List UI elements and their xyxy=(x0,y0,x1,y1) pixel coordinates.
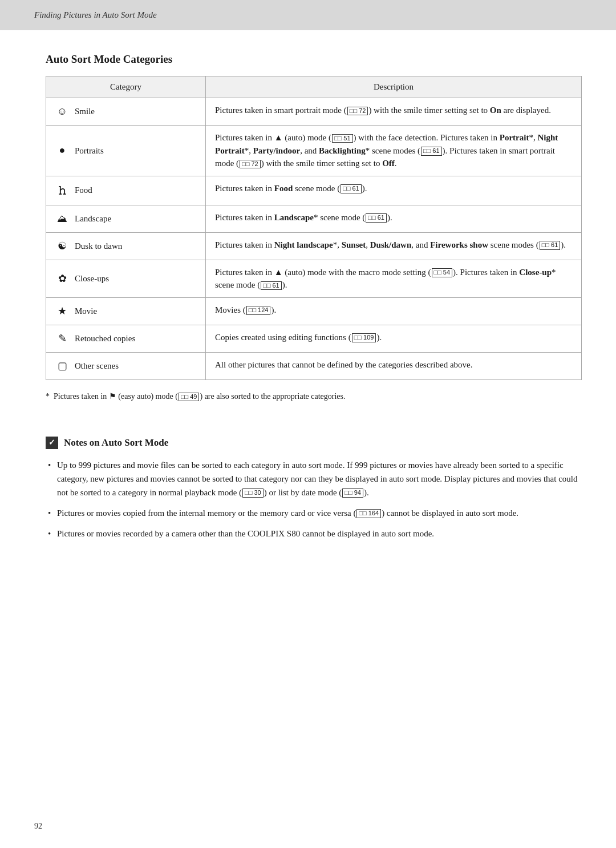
col-header-description: Description xyxy=(206,76,582,98)
category-label: Dusk to dawn xyxy=(75,240,122,253)
category-cell: ● Portraits xyxy=(46,126,206,176)
main-content: Auto Sort Mode Categories Category Descr… xyxy=(0,30,616,582)
description-cell: Pictures taken in Landscape* scene mode … xyxy=(206,205,582,232)
list-item: Up to 999 pictures and movie files can b… xyxy=(46,458,582,499)
category-label: Retouched copies xyxy=(75,332,135,345)
description-cell: Pictures taken in ▲ (auto) mode with the… xyxy=(206,260,582,297)
header-title: Finding Pictures in Auto Sort Mode xyxy=(34,10,157,19)
notes-list: Up to 999 pictures and movie files can b… xyxy=(46,458,582,540)
portrait-icon: ● xyxy=(55,143,69,158)
page-header: Finding Pictures in Auto Sort Mode xyxy=(0,0,616,30)
other-icon: ▢ xyxy=(55,358,69,374)
category-cell: ☯ Dusk to dawn xyxy=(46,232,206,260)
description-cell: Pictures taken in ▲ (auto) mode (□□ 51) … xyxy=(206,126,582,176)
table-footnote: * Pictures taken in ⚑ (easy auto) mode (… xyxy=(46,390,582,402)
landscape-icon: ⛰ xyxy=(55,211,69,227)
description-cell: All other pictures that cannot be define… xyxy=(206,352,582,379)
page-number: 92 xyxy=(34,822,42,831)
movie-icon: ★ xyxy=(55,304,69,319)
description-cell: Pictures taken in Food scene mode (□□ 61… xyxy=(206,176,582,205)
category-label: Food xyxy=(75,184,92,197)
category-cell: 𝚑 Food xyxy=(46,176,206,205)
description-cell: Movies (□□ 124). xyxy=(206,297,582,325)
category-label: Smile xyxy=(75,105,95,118)
category-cell: ★ Movie xyxy=(46,297,206,325)
table-row: ☺ Smile Pictures taken in smart portrait… xyxy=(46,98,582,126)
table-row: ⛰ Landscape Pictures taken in Landscape*… xyxy=(46,205,582,232)
table-row: ✿ Close-ups Pictures taken in ▲ (auto) m… xyxy=(46,260,582,297)
notes-checkbox-icon xyxy=(46,437,58,449)
category-label: Landscape xyxy=(75,212,111,225)
retouched-icon: ✎ xyxy=(55,331,69,346)
category-label: Portraits xyxy=(75,144,104,158)
description-cell: Pictures taken in Night landscape*, Suns… xyxy=(206,232,582,260)
notes-title: Notes on Auto Sort Mode xyxy=(64,437,168,449)
category-label: Movie xyxy=(75,305,97,318)
closeup-icon: ✿ xyxy=(55,271,69,286)
category-cell: ✿ Close-ups xyxy=(46,260,206,297)
food-icon: 𝚑 xyxy=(55,182,69,199)
table-row: 𝚑 Food Pictures taken in Food scene mode… xyxy=(46,176,582,205)
category-label: Other scenes xyxy=(75,360,119,373)
category-cell: ▢ Other scenes xyxy=(46,352,206,379)
table-row: ☯ Dusk to dawn Pictures taken in Night l… xyxy=(46,232,582,260)
smile-icon: ☺ xyxy=(55,104,69,119)
table-row: ★ Movie Movies (□□ 124). xyxy=(46,297,582,325)
list-item: Pictures or movies copied from the inter… xyxy=(46,506,582,520)
col-header-category: Category xyxy=(46,76,206,98)
description-cell: Copies created using editing functions (… xyxy=(206,325,582,352)
list-item: Pictures or movies recorded by a camera … xyxy=(46,527,582,540)
table-row: ● Portraits Pictures taken in ▲ (auto) m… xyxy=(46,126,582,176)
category-cell: ☺ Smile xyxy=(46,98,206,126)
notes-section: Notes on Auto Sort Mode Up to 999 pictur… xyxy=(46,437,582,540)
table-row: ✎ Retouched copies Copies created using … xyxy=(46,325,582,352)
table-row: ▢ Other scenes All other pictures that c… xyxy=(46,352,582,379)
section-title: Auto Sort Mode Categories xyxy=(46,53,582,66)
notes-title-row: Notes on Auto Sort Mode xyxy=(46,437,582,449)
category-cell: ⛰ Landscape xyxy=(46,205,206,232)
category-label: Close-ups xyxy=(75,272,109,285)
description-cell: Pictures taken in smart portrait mode (□… xyxy=(206,98,582,126)
page: More on Playback Finding Pictures in Aut… xyxy=(0,0,616,848)
categories-table: Category Description ☺ Smile Pictures ta… xyxy=(46,76,582,380)
dusk-icon: ☯ xyxy=(55,239,69,254)
category-cell: ✎ Retouched copies xyxy=(46,325,206,352)
